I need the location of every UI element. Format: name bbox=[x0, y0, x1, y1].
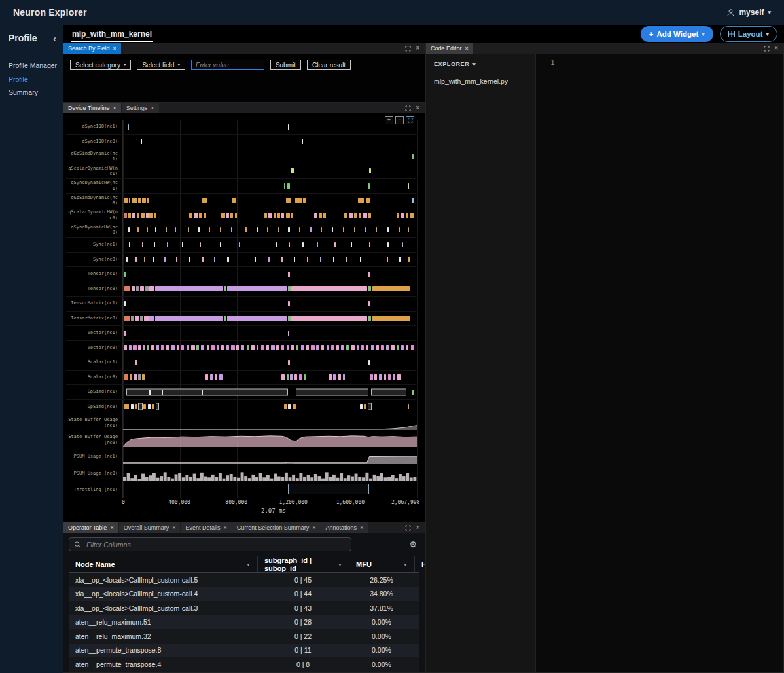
timeline-event[interactable] bbox=[245, 227, 246, 232]
close-panel-icon[interactable]: × bbox=[416, 105, 419, 111]
tab-event-details[interactable]: Event Details× bbox=[181, 522, 231, 533]
timeline-event[interactable] bbox=[291, 213, 294, 218]
timeline-event[interactable] bbox=[332, 227, 333, 232]
timeline-event[interactable] bbox=[408, 183, 409, 189]
timeline-event[interactable] bbox=[135, 404, 137, 409]
timeline-event[interactable] bbox=[408, 257, 410, 262]
timeline-event[interactable] bbox=[391, 345, 394, 350]
timeline-event[interactable] bbox=[277, 213, 280, 218]
timeline-event[interactable] bbox=[124, 374, 128, 380]
timeline-event[interactable] bbox=[288, 227, 289, 232]
timeline-event[interactable] bbox=[316, 345, 319, 350]
tab-code-editor[interactable]: Code Editor× bbox=[426, 43, 473, 54]
timeline-event[interactable] bbox=[227, 316, 287, 321]
timeline-event[interactable] bbox=[149, 316, 154, 321]
table-row[interactable]: aten__relu_maximum.510 | 280.00%0.0 bbox=[69, 615, 419, 630]
timeline-event[interactable] bbox=[142, 242, 143, 247]
tab-overall-summary[interactable]: Overall Summary× bbox=[119, 522, 181, 533]
timeline-event[interactable] bbox=[200, 242, 202, 247]
timeline-event[interactable] bbox=[368, 360, 370, 365]
timeline-event[interactable] bbox=[128, 213, 131, 218]
close-icon[interactable]: × bbox=[312, 524, 315, 531]
timeline-event[interactable] bbox=[288, 301, 290, 306]
timeline-event[interactable] bbox=[166, 345, 169, 350]
timeline-event[interactable] bbox=[231, 227, 232, 232]
timeline-event[interactable] bbox=[397, 213, 399, 218]
close-icon[interactable]: × bbox=[223, 524, 226, 531]
tab-search-by-field[interactable]: Search By Field× bbox=[63, 43, 121, 54]
timeline-event[interactable] bbox=[288, 124, 289, 130]
expand-panel-icon[interactable] bbox=[764, 46, 770, 52]
timeline-event[interactable] bbox=[202, 198, 206, 203]
timeline-event[interactable] bbox=[141, 213, 145, 218]
timeline-event[interactable] bbox=[311, 345, 314, 350]
timeline-event[interactable] bbox=[138, 403, 142, 410]
timeline-event[interactable] bbox=[412, 198, 413, 203]
timeline-event[interactable] bbox=[288, 331, 289, 336]
timeline-event[interactable] bbox=[128, 227, 130, 232]
timeline-event[interactable] bbox=[321, 227, 322, 232]
timeline-event[interactable] bbox=[368, 286, 371, 291]
timeline-event[interactable] bbox=[144, 257, 145, 262]
timeline-event[interactable] bbox=[129, 198, 130, 203]
timeline-event[interactable] bbox=[411, 345, 414, 350]
timeline-event[interactable] bbox=[271, 345, 274, 350]
timeline-event[interactable] bbox=[124, 345, 127, 350]
timeline-event[interactable] bbox=[126, 388, 288, 395]
timeline-event[interactable] bbox=[408, 404, 410, 409]
table-row[interactable]: xla__op_<locals>CallImpl_custom-call.40 … bbox=[69, 587, 419, 602]
timeline-event[interactable] bbox=[176, 257, 177, 262]
timeline-track[interactable] bbox=[122, 282, 417, 297]
timeline-event[interactable] bbox=[161, 345, 164, 350]
timeline-event[interactable] bbox=[288, 286, 291, 291]
timeline-event[interactable] bbox=[145, 286, 148, 291]
timeline-event[interactable] bbox=[368, 183, 370, 189]
tab-operator-table[interactable]: Operator Table× bbox=[63, 522, 118, 533]
timeline-event[interactable] bbox=[393, 374, 395, 380]
timeline-event[interactable] bbox=[143, 404, 146, 409]
timeline-track[interactable] bbox=[122, 482, 417, 498]
gear-icon[interactable]: ⚙ bbox=[409, 540, 419, 549]
timeline-event[interactable] bbox=[154, 242, 155, 247]
table-row[interactable]: aten__permute_transpose.40 | 80.00%0.0 bbox=[69, 657, 419, 672]
timeline-event[interactable] bbox=[281, 374, 284, 380]
selection-region[interactable] bbox=[288, 484, 369, 494]
timeline-event[interactable] bbox=[368, 272, 370, 277]
timeline-event[interactable] bbox=[167, 242, 168, 247]
timeline-event[interactable] bbox=[369, 168, 371, 173]
timeline-event[interactable] bbox=[187, 345, 189, 350]
explorer-header[interactable]: EXPLORER ▾ bbox=[426, 54, 535, 71]
timeline-event[interactable] bbox=[232, 198, 236, 203]
timeline-event[interactable] bbox=[376, 227, 377, 232]
timeline-event[interactable] bbox=[138, 374, 141, 380]
timeline-event[interactable] bbox=[363, 213, 366, 218]
timeline-event[interactable] bbox=[227, 286, 287, 291]
table-row[interactable]: xla__op_<locals>CallImpl_custom-call.50 … bbox=[69, 573, 419, 587]
timeline-event[interactable] bbox=[372, 316, 410, 321]
timeline-event[interactable] bbox=[201, 345, 204, 350]
timeline-event[interactable] bbox=[133, 345, 136, 350]
timeline-event[interactable] bbox=[135, 257, 137, 262]
timeline-track[interactable] bbox=[122, 194, 417, 208]
timeline-track[interactable] bbox=[122, 179, 417, 193]
timeline-event[interactable] bbox=[241, 257, 242, 262]
timeline-event[interactable] bbox=[251, 345, 255, 350]
timeline-event[interactable] bbox=[402, 242, 404, 247]
timeline-event[interactable] bbox=[147, 227, 148, 232]
timeline-event[interactable] bbox=[224, 286, 226, 291]
timeline-event[interactable] bbox=[124, 198, 128, 203]
user-menu[interactable]: myself ▾ bbox=[726, 8, 771, 17]
timeline-event[interactable] bbox=[236, 345, 239, 350]
timeline-event[interactable] bbox=[124, 213, 127, 218]
timeline-event[interactable] bbox=[346, 345, 349, 350]
timeline-event[interactable] bbox=[128, 124, 129, 130]
close-icon[interactable]: × bbox=[113, 45, 116, 52]
timeline-event[interactable] bbox=[138, 345, 141, 350]
timeline-event[interactable] bbox=[349, 213, 353, 218]
timeline-event[interactable] bbox=[368, 316, 371, 321]
timeline-event[interactable] bbox=[126, 257, 128, 262]
timeline-event[interactable] bbox=[141, 139, 142, 144]
timeline-event[interactable] bbox=[288, 272, 290, 277]
timeline-event[interactable] bbox=[365, 227, 366, 232]
tab-annotations[interactable]: Annotations× bbox=[321, 522, 368, 533]
